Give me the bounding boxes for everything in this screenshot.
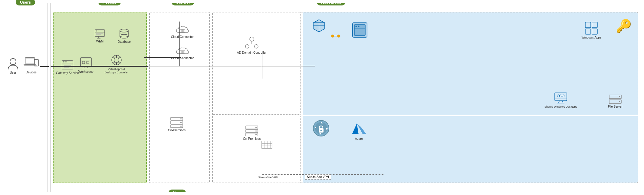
- ctrl-to-connector-line: [144, 57, 181, 58]
- svg-point-129: [619, 101, 620, 102]
- svg-point-92: [255, 127, 257, 128]
- svg-line-120: [558, 101, 560, 103]
- azure-section: Azure: [303, 116, 638, 183]
- svg-point-94: [255, 134, 257, 135]
- svg-rect-12: [80, 58, 91, 66]
- svg-point-21: [96, 31, 97, 32]
- resources-badge: Resources: [317, 3, 345, 5]
- main-connection-line-h2: [212, 66, 315, 66]
- svg-point-9: [65, 61, 67, 62]
- svg-rect-15: [87, 61, 89, 64]
- svg-line-34: [113, 56, 115, 58]
- svg-point-113: [358, 26, 360, 27]
- gateway-icon: [61, 59, 74, 70]
- on-premises2-item: On-Premises: [243, 125, 261, 141]
- site-vpn-label: Site-to-Site VPN: [258, 176, 278, 179]
- control-badge: Control: [172, 3, 194, 5]
- vpn-lock-icon: [312, 119, 330, 137]
- svg-point-93: [255, 130, 257, 132]
- main-h-line: [51, 66, 148, 67]
- svg-point-0: [10, 59, 16, 65]
- delivery-controller-item: [351, 22, 368, 39]
- svg-rect-14: [82, 61, 85, 64]
- svg-rect-117: [592, 29, 597, 34]
- svg-rect-116: [585, 29, 591, 34]
- connector-dots-icon: [330, 30, 348, 42]
- host-badge: Host: [169, 190, 186, 192]
- users-panel: Users User Devices: [3, 3, 48, 192]
- svg-line-37: [113, 62, 115, 64]
- svg-rect-115: [592, 22, 597, 28]
- on-premises2-icon: [245, 125, 258, 136]
- svg-point-106: [331, 35, 334, 38]
- file-server-icon: [609, 94, 622, 104]
- cloud-connector1-icon: [176, 25, 189, 34]
- svg-point-123: [557, 95, 560, 97]
- shared-desktops-item: Shared Windows Desktops: [544, 92, 577, 109]
- connector-v-line: [179, 22, 180, 66]
- connector-dots: [330, 30, 348, 42]
- svg-point-29: [114, 58, 119, 62]
- devices-icon: [23, 56, 39, 70]
- ad-domain-icon: [244, 37, 259, 50]
- workspace-item: Workspace: [78, 57, 94, 74]
- access-panel: Gateway Service Workspace: [53, 12, 147, 183]
- citrix-machine-item: [312, 18, 326, 32]
- svg-rect-2: [26, 58, 34, 64]
- cloud-connector2-icon: [176, 46, 189, 55]
- citrix-machine-icon: [312, 18, 326, 32]
- svg-rect-118: [555, 93, 567, 101]
- svg-line-36: [118, 56, 120, 58]
- shared-desktops-icon: [554, 92, 567, 104]
- on-premises1-icon: [170, 117, 183, 128]
- key-icon: 🔑: [616, 18, 632, 33]
- user-connection-line: [40, 66, 49, 67]
- user-icon: [8, 58, 18, 70]
- firewall-item: [261, 140, 273, 149]
- svg-point-112: [356, 26, 357, 27]
- svg-rect-114: [585, 22, 591, 28]
- ad-v-line: [262, 54, 262, 79]
- devices-icon-item: Devices: [23, 56, 39, 74]
- on-premises1-section: On-Premises: [150, 108, 209, 183]
- windows-apps-item: Windows Apps: [581, 22, 601, 39]
- controller-item: Virtual Apps & Desktops Controller: [104, 53, 129, 74]
- svg-point-81: [250, 37, 254, 41]
- vpn-lock-item: [312, 119, 330, 137]
- svg-rect-1: [25, 58, 35, 64]
- svg-point-124: [560, 95, 562, 97]
- resources-on-premises-section: On-Premises Site-to-Site VPN: [213, 116, 301, 183]
- svg-point-27: [120, 29, 128, 32]
- file-server-item: File Server: [608, 94, 623, 109]
- svg-point-80: [180, 126, 182, 127]
- svg-rect-95: [262, 141, 272, 148]
- database-icon: [119, 28, 130, 39]
- main-connection-line-h: [51, 66, 212, 66]
- svg-line-35: [118, 62, 120, 64]
- svg-point-128: [619, 96, 620, 97]
- users-badge: Users: [16, 0, 35, 5]
- svg-line-121: [562, 101, 563, 103]
- user-icon-item: User: [8, 58, 18, 75]
- svg-point-22: [98, 31, 99, 32]
- workspace-icon: [80, 57, 92, 69]
- main-panel: Access Control Resources Host: [50, 3, 641, 192]
- diagram-container: Users User Devices: [0, 0, 644, 195]
- svg-point-125: [562, 95, 564, 97]
- ad-section: AD Domain Controller: [213, 12, 301, 115]
- resources-dashed-box: AD Domain Controller On-Premises: [212, 12, 638, 183]
- on-premises1-item: On-Premises: [168, 117, 186, 132]
- controller-icon: [110, 53, 123, 67]
- delivery-controller-icon: [351, 22, 368, 39]
- wem-icon: [94, 29, 105, 39]
- svg-point-79: [180, 122, 182, 123]
- svg-point-133: [320, 130, 322, 131]
- ad-domain-item: AD Domain Controller: [237, 37, 266, 55]
- azure-icon: [351, 122, 366, 136]
- azure-item: Azure: [351, 122, 366, 141]
- gateway-service-item: Gateway Service: [56, 59, 79, 75]
- svg-point-78: [180, 118, 182, 119]
- wem-item: WEM: [94, 29, 105, 43]
- site-vpn-box: Site-to-Site VPN: [305, 174, 331, 180]
- access-badge: Access: [98, 3, 121, 5]
